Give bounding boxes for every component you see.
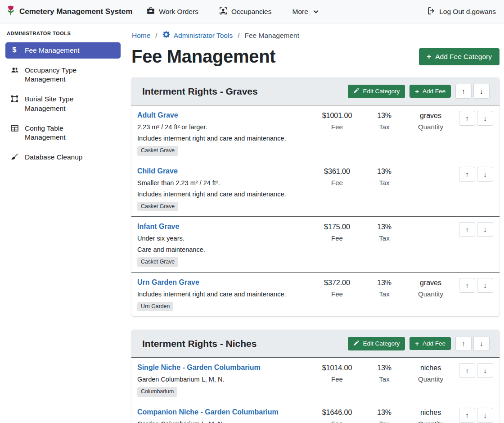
- fee-name-link[interactable]: Single Niche - Garden Columbarium: [137, 363, 261, 372]
- fee-move-down-button[interactable]: ↓: [477, 408, 493, 423]
- fee-description: Includes interment right and care and ma…: [137, 291, 312, 298]
- sidebar-item-config-table[interactable]: Config Table Management: [5, 120, 121, 146]
- page-title: Fee Management: [131, 46, 275, 67]
- sidebar-item-fee-management[interactable]: $ Fee Management: [5, 42, 121, 59]
- sidebar-item-occupancy-type[interactable]: Occupancy Type Management: [5, 62, 121, 87]
- arrow-down-icon: ↓: [483, 170, 487, 178]
- tax-label: Tax: [362, 123, 407, 131]
- fee-row: Infant Grave Under six years. Care and m…: [131, 216, 500, 272]
- fee-tax: 13%: [362, 408, 407, 417]
- sidebar-item-burial-site-type[interactable]: Burial Site Type Management: [5, 91, 121, 116]
- fee-quantity: niches: [407, 408, 454, 417]
- sidebar-item-label: Config Table Management: [25, 124, 106, 142]
- gear-icon: [162, 31, 170, 40]
- add-fee-label: Add Fee: [423, 340, 446, 347]
- fee-move-up-button[interactable]: ↑: [459, 408, 475, 423]
- nav-more[interactable]: More: [292, 8, 319, 16]
- breadcrumb-separator: /: [155, 32, 157, 40]
- fee-amount: $361.00: [312, 167, 362, 176]
- nav-occupancies[interactable]: Occupancies: [219, 7, 272, 17]
- breadcrumb-home-link[interactable]: Home: [132, 32, 150, 40]
- fee-description: Garden Columbarium L, M, N.: [137, 376, 312, 383]
- edit-category-label: Edit Category: [363, 88, 400, 95]
- add-fee-category-button[interactable]: + Add Fee Category: [419, 48, 500, 65]
- quantity-label: Quantity: [407, 290, 454, 298]
- fee-tax: 13%: [362, 364, 407, 373]
- fee-quantity: niches: [407, 364, 454, 373]
- nav-work-orders[interactable]: Work Orders: [147, 7, 198, 17]
- fee-tax: 13%: [362, 278, 407, 287]
- toolbox-icon: [147, 7, 155, 17]
- fee-quantity: graves: [407, 278, 454, 287]
- fee-move-up-button[interactable]: ↑: [459, 278, 475, 293]
- fee-description: 2.23 m² / 24 ft² or larger.: [137, 123, 312, 131]
- edit-category-button[interactable]: Edit Category: [348, 337, 405, 350]
- fee-label: Fee: [312, 123, 362, 131]
- fee-row: Child Grave Smaller than 2.23 m² / 24 ft…: [131, 161, 500, 217]
- fee-description: Includes interment right and care and ma…: [137, 135, 312, 142]
- fee-move-down-button[interactable]: ↓: [477, 278, 493, 293]
- breadcrumb-admin-tools-link[interactable]: Administrator Tools: [162, 31, 233, 40]
- sidebar-item-database-cleanup[interactable]: Database Cleanup: [5, 149, 121, 165]
- sidebar-item-label: Database Cleanup: [25, 153, 82, 162]
- fee-name-link[interactable]: Child Grave: [137, 167, 178, 176]
- plus-icon: +: [415, 340, 419, 347]
- category-card-graves: Interment Rights - Graves Edit Category …: [131, 77, 500, 316]
- arrow-up-icon: ↑: [465, 226, 469, 233]
- fee-quantity: graves: [407, 111, 454, 120]
- fee-description: Includes interment right and care and ma…: [137, 191, 312, 198]
- arrow-up-icon: ↑: [465, 282, 469, 289]
- add-fee-category-label: Add Fee Category: [435, 53, 492, 61]
- add-fee-button[interactable]: + Add Fee: [410, 85, 451, 98]
- arrow-down-icon: ↓: [483, 226, 487, 233]
- fee-description: Garden Columbarium L, M, N,: [137, 420, 312, 423]
- fee-quantity-empty: [407, 222, 454, 267]
- fee-type-badge: Columbarium: [137, 387, 177, 397]
- fee-name-link[interactable]: Adult Grave: [137, 111, 178, 120]
- fee-row: Single Niche - Garden Columbarium Garden…: [131, 358, 500, 402]
- fee-name-link[interactable]: Urn Garden Grave: [137, 278, 199, 287]
- fee-name-link[interactable]: Infant Grave: [137, 222, 179, 231]
- fee-label: Fee: [312, 290, 362, 298]
- add-fee-button[interactable]: + Add Fee: [410, 337, 451, 350]
- quantity-label: Quantity: [407, 123, 454, 131]
- category-header: Interment Rights - Niches Edit Category …: [131, 330, 500, 358]
- arrow-up-icon: ↑: [465, 367, 469, 374]
- arrow-down-icon: ↓: [480, 340, 483, 347]
- category-move-down-button[interactable]: ↓: [473, 336, 490, 351]
- add-fee-label: Add Fee: [423, 88, 446, 95]
- fee-move-down-button[interactable]: ↓: [477, 222, 493, 237]
- fee-description: Under six years.: [137, 235, 312, 242]
- arrow-down-icon: ↓: [483, 411, 487, 419]
- category-title: Interment Rights - Niches: [142, 338, 256, 349]
- logout-icon: [427, 7, 435, 17]
- fee-name-link[interactable]: Companion Niche - Garden Columbarium: [137, 408, 279, 417]
- arrow-up-icon: ↑: [465, 114, 469, 122]
- category-move-up-button[interactable]: ↑: [455, 84, 472, 99]
- fee-move-up-button[interactable]: ↑: [459, 167, 475, 182]
- fee-move-down-button[interactable]: ↓: [477, 111, 493, 126]
- fee-move-up-button[interactable]: ↑: [459, 363, 475, 378]
- breadcrumb-admin-tools-label: Administrator Tools: [174, 32, 233, 40]
- quantity-label: Quantity: [407, 420, 454, 423]
- sidebar-item-label: Burial Site Type Management: [25, 95, 106, 113]
- nav-occupancies-label: Occupancies: [231, 8, 272, 16]
- fee-quantity-empty: [407, 167, 454, 212]
- fee-move-up-button[interactable]: ↑: [459, 111, 475, 126]
- fee-row: Urn Garden Grave Includes interment righ…: [131, 272, 500, 317]
- category-move-up-button[interactable]: ↑: [455, 336, 472, 351]
- quantity-label: Quantity: [407, 375, 454, 383]
- pencil-icon: [353, 340, 359, 347]
- fee-description: Care and maintenance.: [137, 246, 312, 254]
- person-frame-icon: [219, 7, 227, 17]
- fee-move-up-button[interactable]: ↑: [459, 222, 475, 237]
- category-title: Interment Rights - Graves: [142, 86, 258, 97]
- category-move-down-button[interactable]: ↓: [473, 84, 490, 99]
- fee-move-down-button[interactable]: ↓: [477, 167, 493, 182]
- edit-category-button[interactable]: Edit Category: [348, 85, 405, 98]
- fee-description: Smaller than 2.23 m² / 24 ft².: [137, 179, 312, 187]
- main-content: Home / Administrator Tools / Fee Managem…: [126, 23, 504, 423]
- logout-link[interactable]: Log Out d.gowans: [427, 7, 496, 17]
- fee-move-down-button[interactable]: ↓: [477, 363, 493, 378]
- brand[interactable]: Cemetery Management System: [6, 5, 132, 18]
